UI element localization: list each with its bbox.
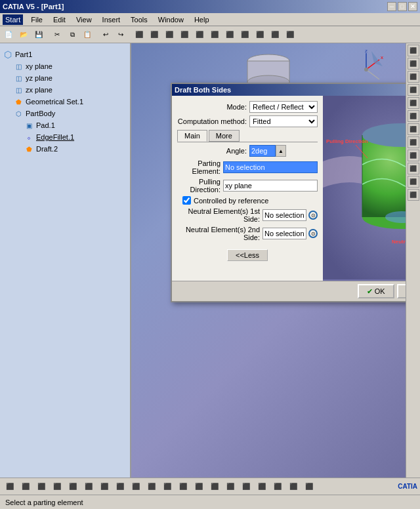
menu-insert[interactable]: Insert bbox=[100, 14, 123, 25]
btoolbar-btn2[interactable]: ⬛ bbox=[18, 480, 33, 493]
ok-button[interactable]: ✔ OK bbox=[358, 284, 394, 298]
btoolbar-btn8[interactable]: ⬛ bbox=[113, 480, 127, 493]
toolbar-undo[interactable]: ↩ bbox=[98, 28, 113, 41]
minimize-button[interactable]: ─ bbox=[387, 2, 396, 11]
angle-input[interactable] bbox=[249, 145, 276, 157]
title-bar: CATIA V5 - [Part1] ─ □ ✕ bbox=[0, 0, 420, 13]
toolbar-b7[interactable]: ⬛ bbox=[222, 28, 237, 41]
menu-window[interactable]: Window bbox=[156, 14, 186, 25]
menu-help[interactable]: Help bbox=[192, 14, 212, 25]
right-btn-8[interactable]: ⬛ bbox=[408, 136, 419, 148]
btoolbar-btn11[interactable]: ⬛ bbox=[160, 480, 175, 493]
right-btn-11[interactable]: ⬛ bbox=[408, 176, 419, 188]
computation-select[interactable]: Fitted bbox=[249, 115, 318, 127]
toolbar-b6[interactable]: ⬛ bbox=[207, 28, 222, 41]
menu-edit[interactable]: Edit bbox=[51, 14, 68, 25]
mode-select[interactable]: Reflect / Reflect bbox=[249, 101, 318, 113]
btoolbar-btn20[interactable]: ⬛ bbox=[302, 480, 316, 493]
angle-spin-up[interactable]: ▲ bbox=[276, 145, 286, 157]
pulling-direction-input[interactable] bbox=[223, 180, 318, 192]
tree-item-xyplane[interactable]: ◫ xy plane bbox=[3, 60, 127, 72]
btoolbar-btn1[interactable]: ⬛ bbox=[3, 480, 17, 493]
feature-tree: ⬡ Part1 ◫ xy plane ◫ yz plane ◫ zx plane… bbox=[0, 43, 130, 160]
right-btn-10[interactable]: ⬛ bbox=[408, 163, 419, 174]
viewport[interactable]: x z bbox=[131, 43, 406, 478]
pad-icon: ▣ bbox=[24, 120, 34, 131]
btoolbar-btn7[interactable]: ⬛ bbox=[97, 480, 112, 493]
tab-more[interactable]: More bbox=[209, 130, 240, 142]
btoolbar-btn17[interactable]: ⬛ bbox=[255, 480, 269, 493]
tree-item-yzplane[interactable]: ◫ yz plane bbox=[3, 72, 127, 84]
btoolbar-btn13[interactable]: ⬛ bbox=[192, 480, 206, 493]
toolbar-b8[interactable]: ⬛ bbox=[238, 28, 252, 41]
controlled-checkbox[interactable] bbox=[182, 196, 191, 205]
cancel-button[interactable]: ✕ Cancel bbox=[397, 284, 406, 298]
dialog-title-text: Draft Both Sides bbox=[175, 86, 231, 94]
menu-start[interactable]: Start bbox=[3, 14, 23, 25]
toolbar-paste[interactable]: 📋 bbox=[80, 28, 94, 41]
toolbar-b2[interactable]: ⬛ bbox=[147, 28, 161, 41]
dialog-title-bar[interactable]: Draft Both Sides ? ✕ bbox=[172, 84, 406, 96]
tree-item-draft2[interactable]: ⬟ Draft.2 bbox=[3, 143, 127, 155]
btoolbar-btn10[interactable]: ⬛ bbox=[144, 480, 159, 493]
toolbar-open[interactable]: 📂 bbox=[16, 28, 31, 41]
tab-main[interactable]: Main bbox=[177, 130, 207, 142]
main-area: ⬡ Part1 ◫ xy plane ◫ yz plane ◫ zx plane… bbox=[0, 43, 420, 478]
right-btn-4[interactable]: ⬛ bbox=[408, 84, 419, 96]
tree-item-pad1[interactable]: ▣ Pad.1 bbox=[3, 119, 127, 131]
right-btn-7[interactable]: ⬛ bbox=[408, 123, 419, 135]
tree-label-draft2: Draft.2 bbox=[36, 145, 58, 153]
mode-label: Mode: bbox=[177, 103, 249, 111]
toolbar-b9[interactable]: ⬛ bbox=[253, 28, 267, 41]
right-btn-1[interactable]: ⬛ bbox=[408, 45, 419, 56]
right-btn-9[interactable]: ⬛ bbox=[408, 150, 419, 161]
tree-label-partbody: PartBody bbox=[26, 110, 55, 117]
parting-element-input[interactable] bbox=[223, 161, 318, 173]
right-btn-12[interactable]: ⬛ bbox=[408, 189, 419, 201]
right-btn-3[interactable]: ⬛ bbox=[408, 71, 419, 83]
btoolbar-btn16[interactable]: ⬛ bbox=[239, 480, 253, 493]
toolbar-cut[interactable]: ✂ bbox=[50, 28, 64, 41]
right-btn-2[interactable]: ⬛ bbox=[408, 58, 419, 70]
neutral2-icon: ⊙ bbox=[308, 229, 318, 238]
less-button[interactable]: <<Less bbox=[227, 249, 268, 261]
btoolbar-btn19[interactable]: ⬛ bbox=[286, 480, 301, 493]
maximize-button[interactable]: □ bbox=[398, 2, 407, 11]
toolbar-save[interactable]: 💾 bbox=[32, 28, 46, 41]
menu-tools[interactable]: Tools bbox=[128, 14, 150, 25]
btoolbar-btn14[interactable]: ⬛ bbox=[207, 480, 222, 493]
btoolbar-btn15[interactable]: ⬛ bbox=[223, 480, 238, 493]
toolbar-b11[interactable]: ⬛ bbox=[283, 28, 297, 41]
tree-item-geoset1[interactable]: ⬟ Geometrical Set.1 bbox=[3, 96, 127, 108]
neutral2-input[interactable] bbox=[262, 228, 306, 239]
tree-item-edgefillet1[interactable]: ⬦ EdgeFillet.1 bbox=[3, 131, 127, 143]
dialog-tabs: Main More bbox=[177, 130, 318, 142]
toolbar-b1[interactable]: ⬛ bbox=[132, 28, 146, 41]
btoolbar-btn5[interactable]: ⬛ bbox=[66, 480, 80, 493]
btoolbar-btn9[interactable]: ⬛ bbox=[129, 480, 143, 493]
btoolbar-btn3[interactable]: ⬛ bbox=[34, 480, 49, 493]
tree-item-partbody[interactable]: ⬡ PartBody bbox=[3, 108, 127, 119]
menu-view[interactable]: View bbox=[74, 14, 94, 25]
menu-file[interactable]: File bbox=[28, 14, 45, 25]
btoolbar-btn18[interactable]: ⬛ bbox=[270, 480, 285, 493]
right-btn-5[interactable]: ⬛ bbox=[408, 97, 419, 109]
toolbar-redo[interactable]: ↪ bbox=[114, 28, 128, 41]
neutral2-row: Neutral Element(s) 2nd Side: ⊙ bbox=[177, 226, 318, 241]
tree-item-part1[interactable]: ⬡ Part1 bbox=[3, 49, 127, 60]
toolbar-b3[interactable]: ⬛ bbox=[162, 28, 177, 41]
btoolbar-btn12[interactable]: ⬛ bbox=[176, 480, 190, 493]
neutral1-input[interactable] bbox=[262, 209, 306, 221]
right-btn-6[interactable]: ⬛ bbox=[408, 110, 419, 122]
btoolbar-btn6[interactable]: ⬛ bbox=[81, 480, 96, 493]
toolbar-new[interactable]: 📄 bbox=[1, 28, 16, 41]
tree-label-geoset1: Geometrical Set.1 bbox=[26, 98, 83, 106]
tree-item-zxplane[interactable]: ◫ zx plane bbox=[3, 84, 127, 96]
partbody-icon: ⬡ bbox=[13, 108, 24, 119]
toolbar-b10[interactable]: ⬛ bbox=[268, 28, 282, 41]
toolbar-b4[interactable]: ⬛ bbox=[177, 28, 192, 41]
toolbar-copy[interactable]: ⧉ bbox=[65, 28, 79, 41]
toolbar-b5[interactable]: ⬛ bbox=[192, 28, 207, 41]
close-button[interactable]: ✕ bbox=[408, 2, 417, 11]
btoolbar-btn4[interactable]: ⬛ bbox=[50, 480, 64, 493]
